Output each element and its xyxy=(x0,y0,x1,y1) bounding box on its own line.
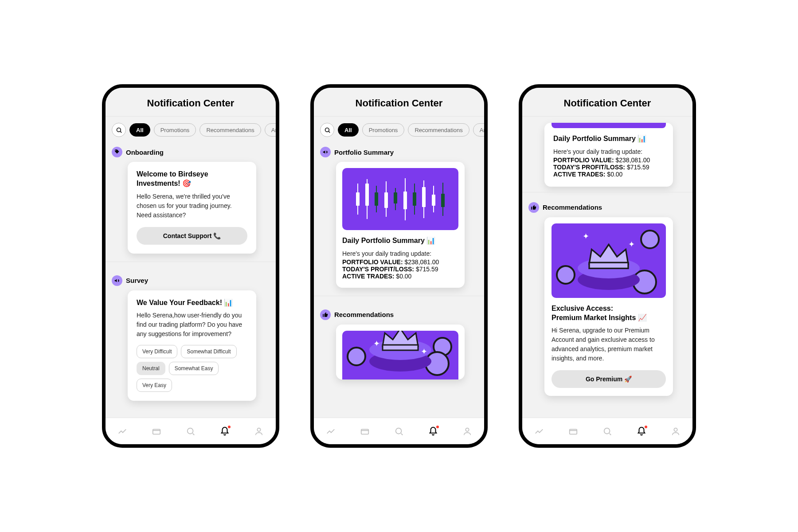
survey-options: Very Difficult Somewhat Difficult Neutra… xyxy=(137,345,247,392)
tab-all[interactable]: All xyxy=(129,123,150,137)
nav-wallet[interactable] xyxy=(151,426,162,437)
portfolio-pl: TODAY'S PROFIT/LOSS: $715.59 xyxy=(553,164,664,171)
survey-section: Survey We Value Your Feedback! 📊 Hello S… xyxy=(106,270,276,409)
premium-card-title: Exclusive Access: Premium Market Insight… xyxy=(552,304,666,323)
crown-illustration: ✦ ✦ xyxy=(552,223,666,298)
section-divider xyxy=(106,262,276,262)
portfolio-card[interactable]: Daily Portfolio Summary 📊 Here's your da… xyxy=(336,162,465,288)
portfolio-card-scrolled[interactable]: Daily Portfolio Summary 📊 Here's your da… xyxy=(544,123,673,187)
nav-profile[interactable] xyxy=(462,426,473,437)
phone-frame-3: Notification Center Daily Portfolio Summ… xyxy=(519,84,696,448)
sparkle-icon: ✦ xyxy=(421,347,427,356)
recommendations-section: Recommendations ✦ ✦ xyxy=(522,190,692,404)
svg-line-11 xyxy=(401,433,403,435)
svg-line-4 xyxy=(193,433,195,435)
svg-rect-13 xyxy=(589,262,628,268)
bottom-nav xyxy=(106,418,276,444)
onboarding-heading: Onboarding xyxy=(112,143,270,162)
nav-wallet[interactable] xyxy=(567,426,579,437)
svg-rect-9 xyxy=(361,429,369,434)
onboarding-title: Onboarding xyxy=(126,149,164,156)
portfolio-section: Portfolio Summary xyxy=(314,141,484,304)
recommendations-heading: Recommendations xyxy=(320,306,478,325)
nav-profile[interactable] xyxy=(670,426,681,437)
tab-truncated[interactable]: An xyxy=(265,123,276,137)
crown-icon xyxy=(587,242,631,271)
portfolio-value: PORTFOLIO VALUE: $238,081.00 xyxy=(553,156,664,164)
nav-trends[interactable] xyxy=(325,426,336,437)
option-very-difficult[interactable]: Very Difficult xyxy=(137,345,177,358)
illustration-bottom-edge xyxy=(552,123,666,128)
tab-promotions[interactable]: Promotions xyxy=(154,123,196,137)
premium-card-body: Hi Serena, upgrade to our Premium Accoun… xyxy=(552,326,666,363)
tab-recommendations[interactable]: Recommendations xyxy=(200,123,261,137)
search-button[interactable] xyxy=(112,123,126,137)
nav-trends[interactable] xyxy=(117,426,128,437)
phone-2-content: Notification Center All Promotions Recom… xyxy=(314,88,484,418)
megaphone-icon xyxy=(112,275,122,286)
onboarding-card[interactable]: Welcome to Birdseye Investments! 🎯 Hello… xyxy=(128,162,256,254)
svg-point-5 xyxy=(257,428,260,431)
showcase-stage: Notification Center All Promotions Recom… xyxy=(93,62,705,470)
option-somewhat-difficult[interactable]: Somewhat Difficult xyxy=(181,345,236,358)
recommendations-section: Recommendations ✦ ✦ xyxy=(314,304,484,387)
portfolio-intro: Here's your daily trading update: xyxy=(342,249,458,258)
nav-search[interactable] xyxy=(602,426,613,437)
survey-card-title: We Value Your Feedback! 📊 xyxy=(137,298,247,308)
nav-notifications[interactable] xyxy=(427,426,439,437)
bottom-nav xyxy=(522,418,692,444)
survey-card-body: Hello Serena,how user-friendly do you fi… xyxy=(137,311,247,339)
search-button[interactable] xyxy=(320,123,334,137)
recommendations-title: Recommendations xyxy=(334,311,394,318)
search-icon xyxy=(324,127,331,133)
svg-point-0 xyxy=(117,128,121,132)
portfolio-trades: ACTIVE TRADES: $0.00 xyxy=(342,273,458,280)
portfolio-heading: Portfolio Summary xyxy=(320,143,478,162)
phone-frame-2: Notification Center All Promotions Recom… xyxy=(310,84,488,448)
app-header: Notification Center xyxy=(314,88,484,117)
nav-notifications[interactable] xyxy=(219,426,231,437)
premium-card[interactable]: ✦ ✦ Exclusive Access: Premium Market Ins… xyxy=(544,217,673,396)
page-title: Notification Center xyxy=(522,98,692,109)
app-header: Notification Center xyxy=(106,88,276,117)
nav-wallet[interactable] xyxy=(359,426,371,437)
svg-line-1 xyxy=(120,131,121,133)
survey-heading: Survey xyxy=(112,272,270,290)
nav-search[interactable] xyxy=(185,426,196,437)
tab-promotions[interactable]: Promotions xyxy=(362,123,405,137)
nav-notifications[interactable] xyxy=(636,426,647,437)
tab-truncated[interactable]: An xyxy=(473,123,484,137)
coin-icon xyxy=(556,265,575,285)
contact-support-button[interactable]: Contact Support 📞 xyxy=(137,227,247,245)
svg-point-6 xyxy=(325,128,329,132)
portfolio-intro: Here's your daily trading update: xyxy=(553,147,664,156)
tab-all[interactable]: All xyxy=(338,123,359,137)
premium-card-partial[interactable]: ✦ ✦ xyxy=(336,325,465,379)
candlestick-illustration xyxy=(342,168,458,230)
svg-line-7 xyxy=(329,131,330,133)
option-neutral[interactable]: Neutral xyxy=(137,362,165,375)
option-very-easy[interactable]: Very Easy xyxy=(137,379,172,392)
section-divider xyxy=(314,296,484,296)
bottom-nav xyxy=(314,418,484,444)
sparkle-icon: ✦ xyxy=(628,239,635,249)
go-premium-button[interactable]: Go Premium 🚀 xyxy=(552,370,666,388)
nav-profile[interactable] xyxy=(253,426,265,437)
portfolio-card-title: Daily Portfolio Summary 📊 xyxy=(342,236,458,246)
survey-card[interactable]: We Value Your Feedback! 📊 Hello Serena,h… xyxy=(128,290,256,401)
tab-recommendations[interactable]: Recommendations xyxy=(408,123,469,137)
onboarding-card-title: Welcome to Birdseye Investments! 🎯 xyxy=(137,170,247,188)
survey-title: Survey xyxy=(126,277,148,284)
nav-search[interactable] xyxy=(393,426,405,437)
search-icon xyxy=(116,127,122,133)
coin-icon xyxy=(640,230,660,249)
crown-illustration: ✦ ✦ xyxy=(342,331,458,379)
filter-tabs: All Promotions Recommendations An xyxy=(106,117,276,141)
crown-icon xyxy=(380,331,420,353)
nav-trends[interactable] xyxy=(533,426,545,437)
section-divider xyxy=(522,192,692,192)
portfolio-value: PORTFOLIO VALUE: $238,081.00 xyxy=(342,258,458,266)
phone-3-content: Notification Center Daily Portfolio Summ… xyxy=(522,88,692,418)
option-somewhat-easy[interactable]: Somewhat Easy xyxy=(169,362,219,375)
portfolio-trades: ACTIVE TRADES: $0.00 xyxy=(553,171,664,178)
